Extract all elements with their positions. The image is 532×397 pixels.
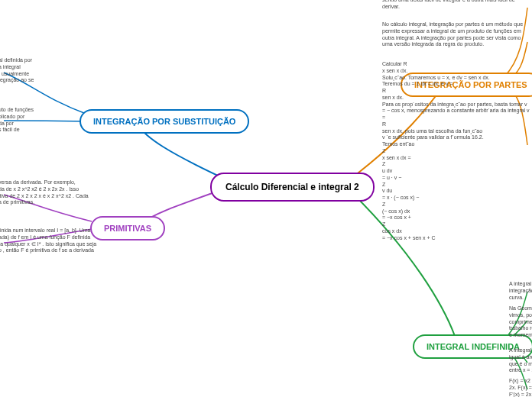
text-ind3: A integral d igual à área que é o mes en…	[509, 347, 532, 374]
text-partes2: Calcular R x sen x dx. Solu¸c˜ao. Tomare…	[382, 61, 531, 241]
text-partes1: No cálculo integral, integração por part…	[382, 21, 531, 48]
text-partes0: sendo uma delas fácil de integrar e a ou…	[382, 0, 531, 11]
text-prim1: versa da derivada. Por exemplo, da de x …	[0, 179, 98, 206]
node-substituicao[interactable]: INTEGRAÇÃO POR SUBSTITUIÇÃO	[79, 109, 249, 134]
text-sub2: uto de funções plicado por da por s fáci…	[0, 107, 52, 134]
text-ind4: F(x) = x2 é u 2x. F(x) = x2 F'(x) = 2x. …	[509, 378, 532, 397]
text-ind2: Na Geomet vimos, pode compriment trabalh…	[509, 305, 532, 339]
center-node[interactable]: Cálculo Diferencial e integral 2	[210, 173, 375, 202]
text-prim2: finida num intervalo real I = [a, b]. Um…	[0, 228, 105, 254]
text-sub1: al definida por a integral , usualmente …	[0, 57, 52, 84]
text-ind1: A integral in integração e curva.	[509, 281, 532, 301]
